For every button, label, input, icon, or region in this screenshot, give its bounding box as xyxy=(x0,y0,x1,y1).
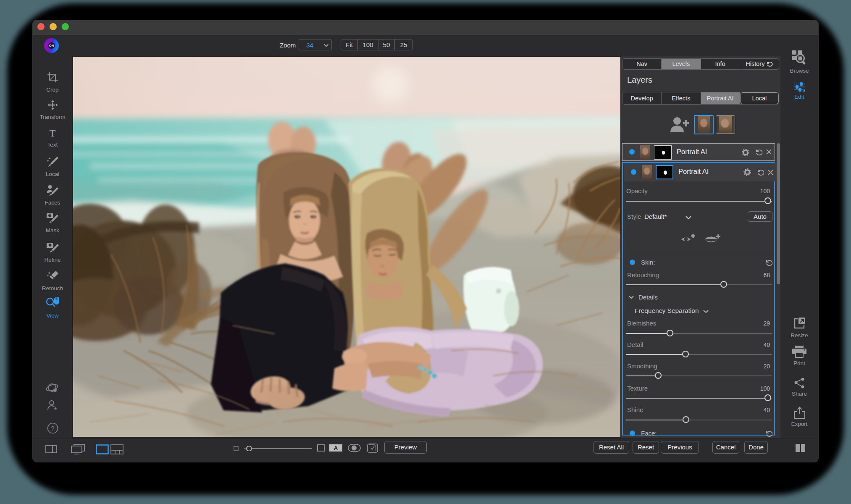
svg-text:?: ? xyxy=(51,425,54,432)
svg-text:T: T xyxy=(50,129,56,138)
